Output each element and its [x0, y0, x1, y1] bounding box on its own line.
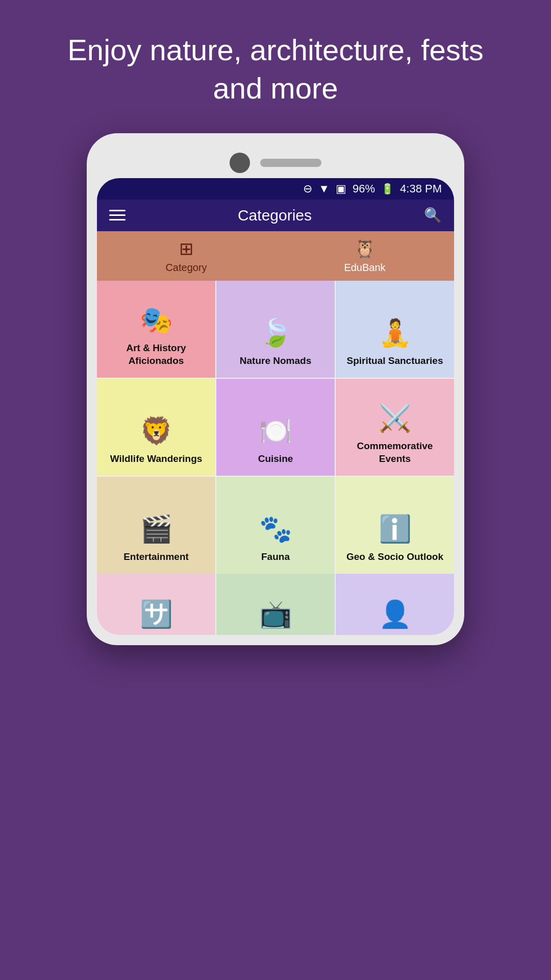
category-entertainment[interactable]: 🎬 Entertainment [97, 477, 215, 574]
signal-icon: ▣ [336, 182, 346, 195]
phone-top-bar [97, 143, 454, 178]
app-toolbar: Categories 🔍 [97, 200, 454, 231]
commemorative-label: Commemorative Events [344, 440, 446, 465]
search-icon[interactable]: 🔍 [424, 207, 442, 224]
category-tab-icon: ⊞ [179, 238, 193, 259]
minus-icon: ⊖ [303, 182, 312, 195]
wifi-icon: ▼ [318, 182, 330, 195]
phone-screen: ⊖ ▼ ▣ 96% 🔋 4:38 PM Categories 🔍 ⊞ Categ… [97, 178, 454, 635]
battery-icon: 🔋 [381, 183, 394, 195]
fauna-label: Fauna [261, 551, 290, 564]
cuisine-icon: 🍽️ [259, 415, 292, 447]
media-icon: 📺 [259, 599, 292, 630]
wildlife-label: Wildlife Wanderings [110, 453, 203, 465]
category-cuisine[interactable]: 🍽️ Cuisine [216, 379, 335, 476]
cuisine-label: Cuisine [258, 453, 293, 465]
hero-section: Enjoy nature, architecture, fests and mo… [0, 0, 551, 128]
phone-speaker [260, 159, 321, 167]
category-geo-socio[interactable]: ℹ️ Geo & Socio Outlook [336, 477, 454, 574]
tab-bar: ⊞ Category 🦉 EduBank [97, 231, 454, 281]
battery-percent: 96% [353, 182, 375, 195]
language-icon: 🈂️ [140, 599, 173, 630]
category-fauna[interactable]: 🐾 Fauna [216, 477, 335, 574]
phone-camera [230, 153, 250, 173]
tab-category[interactable]: ⊞ Category [97, 231, 276, 281]
spiritual-icon: 🧘 [379, 317, 412, 349]
category-people[interactable]: 👤 [336, 574, 454, 635]
menu-button[interactable] [109, 210, 126, 220]
people-icon: 👤 [379, 599, 412, 630]
category-commemorative[interactable]: ⚔️ Commemorative Events [336, 379, 454, 476]
hero-title: Enjoy nature, architecture, fests and mo… [0, 0, 551, 128]
art-history-label: Art & History Aficionados [105, 342, 207, 367]
category-media[interactable]: 📺 [216, 574, 335, 635]
fauna-icon: 🐾 [259, 513, 292, 545]
tab-edubank[interactable]: 🦉 EduBank [276, 231, 454, 281]
toolbar-title: Categories [238, 207, 312, 224]
phone-mockup: ⊖ ▼ ▣ 96% 🔋 4:38 PM Categories 🔍 ⊞ Categ… [87, 133, 464, 645]
edubank-tab-label: EduBank [344, 262, 385, 274]
category-nature-nomads[interactable]: 🍃 Nature Nomads [216, 281, 335, 378]
category-art-history[interactable]: 🎭 Art & History Aficionados [97, 281, 215, 378]
status-bar: ⊖ ▼ ▣ 96% 🔋 4:38 PM [97, 178, 454, 200]
edubank-tab-icon: 🦉 [354, 238, 375, 259]
category-spiritual[interactable]: 🧘 Spiritual Sanctuaries [336, 281, 454, 378]
geo-socio-label: Geo & Socio Outlook [346, 551, 443, 564]
commemorative-icon: ⚔️ [379, 403, 412, 434]
nature-nomads-label: Nature Nomads [240, 355, 311, 368]
clock: 4:38 PM [400, 182, 442, 195]
entertainment-icon: 🎬 [140, 513, 173, 545]
category-tab-label: Category [165, 262, 207, 274]
spiritual-label: Spiritual Sanctuaries [346, 355, 443, 368]
wildlife-icon: 🦁 [140, 415, 173, 447]
category-wildlife[interactable]: 🦁 Wildlife Wanderings [97, 379, 215, 476]
entertainment-label: Entertainment [123, 551, 189, 564]
categories-grid: 🎭 Art & History Aficionados 🍃 Nature Nom… [97, 281, 454, 574]
geo-socio-icon: ℹ️ [379, 513, 412, 545]
category-language[interactable]: 🈂️ [97, 574, 215, 635]
partial-row: 🈂️ 📺 👤 [97, 574, 454, 635]
nature-nomads-icon: 🍃 [259, 317, 292, 349]
art-history-icon: 🎭 [140, 305, 173, 336]
